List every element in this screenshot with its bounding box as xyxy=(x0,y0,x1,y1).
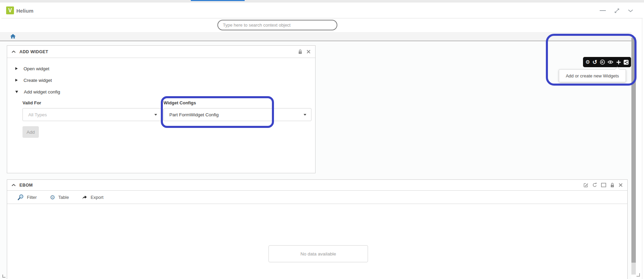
lock-icon[interactable] xyxy=(298,49,303,54)
home-icon[interactable] xyxy=(10,34,16,39)
add-widget-plus-icon[interactable] xyxy=(616,60,621,65)
no-data-message: No data available xyxy=(269,245,368,262)
active-tab-indicator xyxy=(191,0,245,1)
tree-item-open-widget[interactable]: Open widget xyxy=(7,63,315,74)
settings-gear-icon[interactable]: ⚙ xyxy=(585,60,590,65)
vertical-scrollbar-thumb[interactable] xyxy=(631,38,636,263)
magnifier-icon xyxy=(17,194,24,201)
export-button[interactable]: Export xyxy=(82,195,104,200)
edit-icon[interactable] xyxy=(583,182,588,188)
collapse-chevron-icon[interactable] xyxy=(12,184,16,187)
app-title: Helium xyxy=(16,8,33,14)
export-arrow-icon xyxy=(82,195,88,200)
breadcrumb xyxy=(0,32,631,41)
maximize-icon[interactable] xyxy=(601,183,606,187)
panel-title: EBOM xyxy=(19,183,33,188)
export-label: Export xyxy=(91,195,104,200)
dropdown-caret-icon xyxy=(154,114,157,116)
share-widget-icon[interactable] xyxy=(624,60,629,65)
tree-item-create-widget[interactable]: Create widget xyxy=(7,74,315,86)
undo-icon[interactable]: ↺ xyxy=(593,59,597,65)
refresh-icon[interactable] xyxy=(592,182,597,188)
window-controls xyxy=(600,7,633,14)
widget-configs-select[interactable]: Part FormWidget Config xyxy=(164,108,311,121)
expand-icon[interactable] xyxy=(614,8,620,14)
panel-title: ADD WIDGET xyxy=(19,49,48,54)
filter-button[interactable]: Filter xyxy=(17,194,37,201)
close-icon[interactable] xyxy=(618,183,623,187)
back-circle-icon[interactable] xyxy=(600,59,605,65)
table-label: Table xyxy=(58,195,69,200)
ebom-toolbar: Filter ⚙ Table Export xyxy=(7,191,627,204)
minimize-icon[interactable] xyxy=(600,10,606,11)
widget-configs-label: Widget Configs xyxy=(164,100,196,105)
tree-item-label: Open widget xyxy=(24,66,49,71)
lock-icon[interactable] xyxy=(610,182,615,188)
tree-item-label: Create widget xyxy=(24,78,52,83)
ebom-panel-header: EBOM xyxy=(7,180,627,191)
table-button[interactable]: ⚙ Table xyxy=(50,194,69,201)
eye-icon[interactable] xyxy=(608,60,613,64)
add-widget-panel-header: ADD WIDGET xyxy=(7,46,315,58)
tree-item-add-widget-config[interactable]: Add widget config xyxy=(7,86,315,98)
widget-tree: Open widget Create widget Add widget con… xyxy=(7,63,315,98)
table-gear-icon: ⚙ xyxy=(50,194,55,201)
search-bar xyxy=(0,18,644,32)
add-widgets-tooltip: Add or create new Widgets xyxy=(559,69,626,82)
app-header: V Helium xyxy=(1,2,643,18)
add-button[interactable]: Add xyxy=(22,126,39,138)
add-widget-panel: ADD WIDGET Open widget Create widget xyxy=(7,45,316,173)
vertical-scrollbar-track[interactable] xyxy=(631,263,636,275)
resize-corner-icon xyxy=(637,273,640,277)
context-search-input[interactable] xyxy=(217,20,337,30)
filter-label: Filter xyxy=(27,195,37,200)
tree-item-label: Add widget config xyxy=(24,89,60,94)
close-icon[interactable] xyxy=(306,49,311,54)
app-window: V Helium ADD WIDGET xyxy=(0,0,644,279)
valid-for-select[interactable]: All Types xyxy=(22,108,162,121)
collapse-chevron-icon[interactable] xyxy=(12,50,16,53)
chevron-down-icon[interactable] xyxy=(628,9,633,12)
dropdown-caret-icon xyxy=(304,114,306,116)
browser-tab-strip xyxy=(0,0,644,2)
expand-arrow-icon xyxy=(15,79,18,82)
helium-logo-icon: V xyxy=(6,6,14,14)
window-edge-divider xyxy=(642,18,642,279)
expand-arrow-icon xyxy=(15,67,18,70)
widget-configs-value: Part FormWidget Config xyxy=(169,112,219,117)
valid-for-label: Valid For xyxy=(22,100,41,105)
valid-for-value: All Types xyxy=(28,112,47,117)
resize-corner-icon xyxy=(2,275,5,278)
ebom-panel: EBOM xyxy=(7,179,628,279)
widget-action-toolbar: ⚙ ↺ xyxy=(583,57,631,67)
collapse-arrow-icon xyxy=(15,91,18,93)
